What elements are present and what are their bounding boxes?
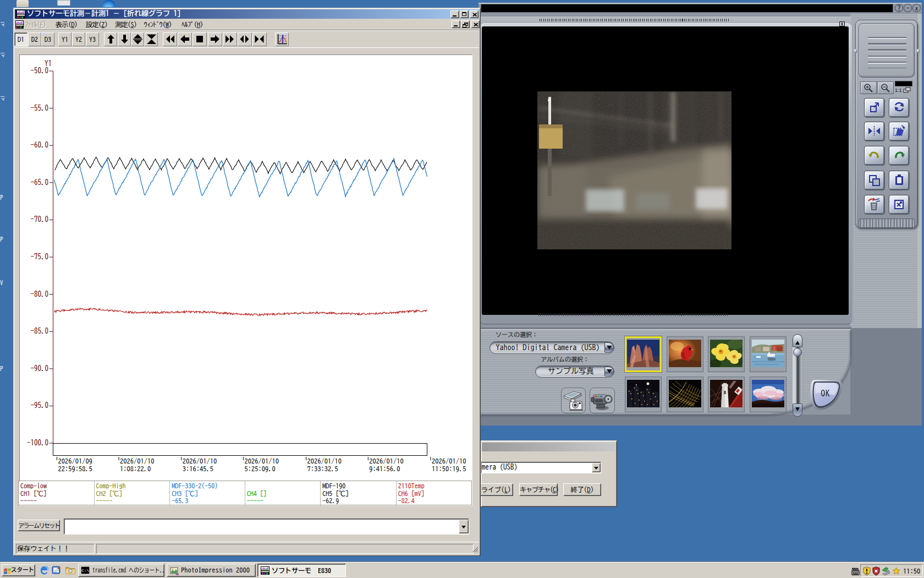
- svg-text:OK: OK: [821, 389, 831, 397]
- svg-text:-55.0: -55.0: [31, 105, 49, 112]
- svg-text:Y1: Y1: [45, 60, 52, 67]
- svg-text:2026/01/10: 2026/01/10: [307, 457, 342, 465]
- svg-text:2026/01/10: 2026/01/10: [369, 457, 404, 465]
- svg-text:-60.0: -60.0: [31, 141, 49, 149]
- svg-text:-90.0: -90.0: [31, 365, 49, 372]
- svg-text:-80.0: -80.0: [31, 291, 49, 298]
- svg-text:9:41:56.0: 9:41:56.0: [369, 465, 400, 472]
- svg-text:-70.0: -70.0: [31, 216, 49, 223]
- svg-text:22:59:58.5: 22:59:58.5: [58, 465, 93, 472]
- svg-text:2026/01/10: 2026/01/10: [244, 457, 279, 465]
- svg-text:2026/01/09: 2026/01/09: [58, 457, 93, 465]
- svg-text:2026/01/10: 2026/01/10: [120, 457, 155, 465]
- svg-text:-100.0: -100.0: [27, 439, 48, 446]
- svg-text:-65.0: -65.0: [31, 178, 49, 186]
- svg-text:7:33:32.5: 7:33:32.5: [307, 465, 338, 472]
- svg-text:-95.0: -95.0: [31, 402, 49, 409]
- svg-text:1:08:22.0: 1:08:22.0: [120, 465, 151, 472]
- svg-text:5:25:09.0: 5:25:09.0: [244, 465, 275, 472]
- svg-text:2026/01/10: 2026/01/10: [183, 457, 217, 465]
- svg-text:3:16:45.5: 3:16:45.5: [183, 465, 213, 472]
- svg-text:-50.0: -50.0: [31, 67, 49, 74]
- svg-text:11:50:19.5: 11:50:19.5: [432, 465, 466, 472]
- svg-text:-85.0: -85.0: [31, 328, 49, 335]
- svg-text:2026/01/10: 2026/01/10: [432, 457, 466, 465]
- svg-text:-75.0: -75.0: [31, 253, 49, 260]
